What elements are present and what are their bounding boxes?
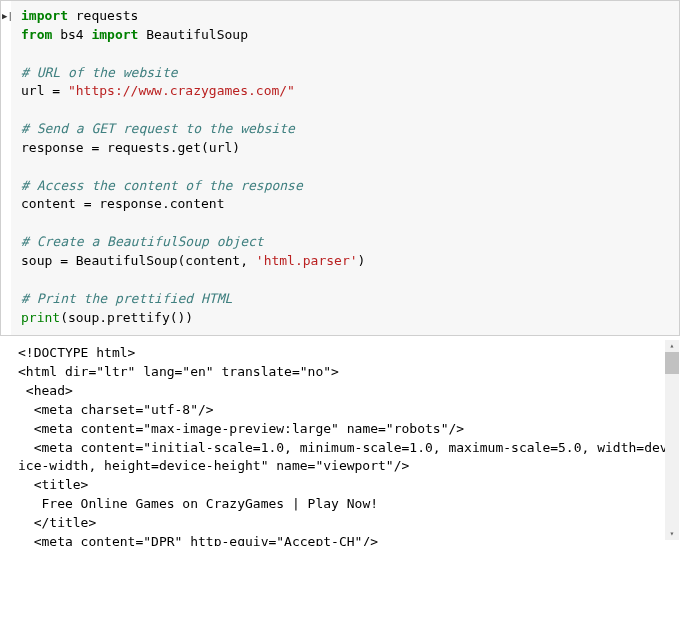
code-token: content [21, 196, 84, 211]
cell-output[interactable]: <!DOCTYPE html> <html dir="ltr" lang="en… [0, 336, 680, 546]
code-token: ) [358, 253, 366, 268]
code-token: BeautifulSoup [138, 27, 248, 42]
output-line: Free Online Games on CrazyGames | Play N… [18, 496, 378, 511]
prompt-gutter: ▶| [1, 1, 11, 335]
string-literal: 'html.parser' [256, 253, 358, 268]
code-input[interactable]: import requests from bs4 import Beautifu… [11, 1, 679, 335]
scroll-thumb[interactable] [665, 352, 679, 374]
keyword-import: import [91, 27, 138, 42]
comment: # Access the content of the response [21, 178, 303, 193]
output-area: <!DOCTYPE html> <html dir="ltr" lang="en… [0, 336, 680, 546]
code-token: bs4 [52, 27, 91, 42]
code-cell: ▶| import requests from bs4 import Beaut… [0, 0, 680, 336]
comment: # Send a GET request to the website [21, 121, 295, 136]
code-token: BeautifulSoup(content, [68, 253, 256, 268]
output-line: <meta content="max-image-preview:large" … [18, 421, 464, 436]
code-token [60, 83, 68, 98]
code-token: response.content [91, 196, 224, 211]
output-line: <meta charset="utf-8"/> [18, 402, 214, 417]
code-token: url [21, 83, 52, 98]
scroll-down-icon[interactable]: ▾ [665, 528, 679, 540]
output-line: <html dir="ltr" lang="en" translate="no"… [18, 364, 339, 379]
output-line: <meta content="DPR" http-equiv="Accept-C… [18, 534, 378, 547]
keyword-import: import [21, 8, 68, 23]
scroll-up-icon[interactable]: ▴ [665, 340, 679, 352]
string-literal: "https://www.crazygames.com/" [68, 83, 295, 98]
operator: = [52, 83, 60, 98]
code-token: (soup.prettify()) [60, 310, 193, 325]
comment: # URL of the website [21, 65, 178, 80]
output-line: <meta content="initial-scale=1.0, minimu… [18, 440, 668, 474]
builtin-print: print [21, 310, 60, 325]
scrollbar[interactable]: ▴ ▾ [665, 340, 679, 540]
operator: = [60, 253, 68, 268]
output-line: <head> [18, 383, 73, 398]
code-token: soup [21, 253, 60, 268]
output-line: <!DOCTYPE html> [18, 345, 135, 360]
comment: # Print the prettified HTML [21, 291, 232, 306]
keyword-from: from [21, 27, 52, 42]
code-token: requests.get(url) [99, 140, 240, 155]
code-token: response [21, 140, 91, 155]
output-line: <title> [18, 477, 88, 492]
code-token: requests [68, 8, 138, 23]
output-line: </title> [18, 515, 96, 530]
comment: # Create a BeautifulSoup object [21, 234, 264, 249]
